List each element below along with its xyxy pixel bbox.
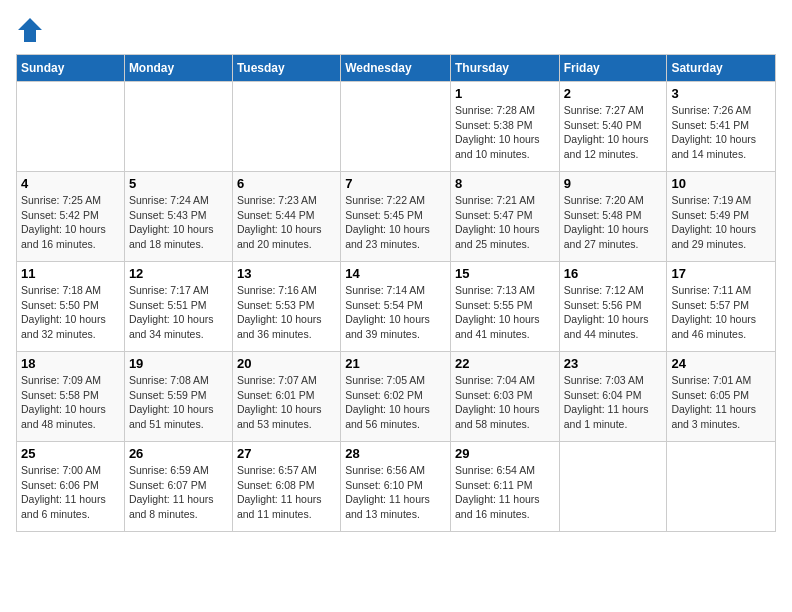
calendar-cell: 14Sunrise: 7:14 AM Sunset: 5:54 PM Dayli… <box>341 262 451 352</box>
day-info: Sunrise: 7:21 AM Sunset: 5:47 PM Dayligh… <box>455 193 555 252</box>
day-info: Sunrise: 7:22 AM Sunset: 5:45 PM Dayligh… <box>345 193 446 252</box>
day-number: 18 <box>21 356 120 371</box>
calendar-cell: 13Sunrise: 7:16 AM Sunset: 5:53 PM Dayli… <box>232 262 340 352</box>
day-number: 10 <box>671 176 771 191</box>
calendar-cell: 8Sunrise: 7:21 AM Sunset: 5:47 PM Daylig… <box>450 172 559 262</box>
day-number: 8 <box>455 176 555 191</box>
calendar-week-row: 4Sunrise: 7:25 AM Sunset: 5:42 PM Daylig… <box>17 172 776 262</box>
day-info: Sunrise: 7:03 AM Sunset: 6:04 PM Dayligh… <box>564 373 663 432</box>
weekday-header-sunday: Sunday <box>17 55 125 82</box>
day-info: Sunrise: 6:57 AM Sunset: 6:08 PM Dayligh… <box>237 463 336 522</box>
calendar-cell <box>667 442 776 532</box>
calendar-week-row: 1Sunrise: 7:28 AM Sunset: 5:38 PM Daylig… <box>17 82 776 172</box>
day-info: Sunrise: 7:25 AM Sunset: 5:42 PM Dayligh… <box>21 193 120 252</box>
day-info: Sunrise: 7:28 AM Sunset: 5:38 PM Dayligh… <box>455 103 555 162</box>
calendar-table: SundayMondayTuesdayWednesdayThursdayFrid… <box>16 54 776 532</box>
svg-marker-0 <box>18 18 42 42</box>
calendar-cell: 17Sunrise: 7:11 AM Sunset: 5:57 PM Dayli… <box>667 262 776 352</box>
calendar-cell: 21Sunrise: 7:05 AM Sunset: 6:02 PM Dayli… <box>341 352 451 442</box>
calendar-cell: 25Sunrise: 7:00 AM Sunset: 6:06 PM Dayli… <box>17 442 125 532</box>
day-number: 12 <box>129 266 228 281</box>
day-number: 25 <box>21 446 120 461</box>
calendar-cell: 28Sunrise: 6:56 AM Sunset: 6:10 PM Dayli… <box>341 442 451 532</box>
calendar-cell: 5Sunrise: 7:24 AM Sunset: 5:43 PM Daylig… <box>124 172 232 262</box>
day-number: 24 <box>671 356 771 371</box>
day-number: 27 <box>237 446 336 461</box>
weekday-header-thursday: Thursday <box>450 55 559 82</box>
weekday-header-wednesday: Wednesday <box>341 55 451 82</box>
calendar-cell: 6Sunrise: 7:23 AM Sunset: 5:44 PM Daylig… <box>232 172 340 262</box>
day-number: 29 <box>455 446 555 461</box>
weekday-header-tuesday: Tuesday <box>232 55 340 82</box>
day-info: Sunrise: 7:26 AM Sunset: 5:41 PM Dayligh… <box>671 103 771 162</box>
weekday-header-monday: Monday <box>124 55 232 82</box>
day-number: 23 <box>564 356 663 371</box>
calendar-week-row: 25Sunrise: 7:00 AM Sunset: 6:06 PM Dayli… <box>17 442 776 532</box>
day-info: Sunrise: 7:23 AM Sunset: 5:44 PM Dayligh… <box>237 193 336 252</box>
calendar-week-row: 18Sunrise: 7:09 AM Sunset: 5:58 PM Dayli… <box>17 352 776 442</box>
day-number: 17 <box>671 266 771 281</box>
day-info: Sunrise: 7:11 AM Sunset: 5:57 PM Dayligh… <box>671 283 771 342</box>
calendar-cell: 23Sunrise: 7:03 AM Sunset: 6:04 PM Dayli… <box>559 352 667 442</box>
day-info: Sunrise: 7:13 AM Sunset: 5:55 PM Dayligh… <box>455 283 555 342</box>
day-number: 21 <box>345 356 446 371</box>
calendar-cell: 7Sunrise: 7:22 AM Sunset: 5:45 PM Daylig… <box>341 172 451 262</box>
day-info: Sunrise: 7:05 AM Sunset: 6:02 PM Dayligh… <box>345 373 446 432</box>
day-number: 13 <box>237 266 336 281</box>
calendar-cell: 2Sunrise: 7:27 AM Sunset: 5:40 PM Daylig… <box>559 82 667 172</box>
day-info: Sunrise: 7:04 AM Sunset: 6:03 PM Dayligh… <box>455 373 555 432</box>
weekday-header-saturday: Saturday <box>667 55 776 82</box>
calendar-cell <box>341 82 451 172</box>
day-info: Sunrise: 7:01 AM Sunset: 6:05 PM Dayligh… <box>671 373 771 432</box>
calendar-cell: 20Sunrise: 7:07 AM Sunset: 6:01 PM Dayli… <box>232 352 340 442</box>
day-number: 9 <box>564 176 663 191</box>
calendar-cell: 10Sunrise: 7:19 AM Sunset: 5:49 PM Dayli… <box>667 172 776 262</box>
day-number: 6 <box>237 176 336 191</box>
day-info: Sunrise: 7:27 AM Sunset: 5:40 PM Dayligh… <box>564 103 663 162</box>
day-info: Sunrise: 6:59 AM Sunset: 6:07 PM Dayligh… <box>129 463 228 522</box>
calendar-cell: 29Sunrise: 6:54 AM Sunset: 6:11 PM Dayli… <box>450 442 559 532</box>
calendar-cell <box>232 82 340 172</box>
day-info: Sunrise: 7:07 AM Sunset: 6:01 PM Dayligh… <box>237 373 336 432</box>
day-number: 26 <box>129 446 228 461</box>
day-number: 7 <box>345 176 446 191</box>
day-number: 28 <box>345 446 446 461</box>
calendar-cell: 9Sunrise: 7:20 AM Sunset: 5:48 PM Daylig… <box>559 172 667 262</box>
day-info: Sunrise: 7:12 AM Sunset: 5:56 PM Dayligh… <box>564 283 663 342</box>
calendar-cell: 11Sunrise: 7:18 AM Sunset: 5:50 PM Dayli… <box>17 262 125 352</box>
day-number: 22 <box>455 356 555 371</box>
weekday-header-friday: Friday <box>559 55 667 82</box>
calendar-cell: 22Sunrise: 7:04 AM Sunset: 6:03 PM Dayli… <box>450 352 559 442</box>
day-info: Sunrise: 7:16 AM Sunset: 5:53 PM Dayligh… <box>237 283 336 342</box>
day-number: 16 <box>564 266 663 281</box>
calendar-cell <box>559 442 667 532</box>
day-number: 11 <box>21 266 120 281</box>
day-info: Sunrise: 7:00 AM Sunset: 6:06 PM Dayligh… <box>21 463 120 522</box>
calendar-cell: 18Sunrise: 7:09 AM Sunset: 5:58 PM Dayli… <box>17 352 125 442</box>
day-number: 1 <box>455 86 555 101</box>
day-number: 19 <box>129 356 228 371</box>
day-info: Sunrise: 6:56 AM Sunset: 6:10 PM Dayligh… <box>345 463 446 522</box>
calendar-cell: 3Sunrise: 7:26 AM Sunset: 5:41 PM Daylig… <box>667 82 776 172</box>
logo-icon <box>16 16 44 44</box>
day-info: Sunrise: 7:20 AM Sunset: 5:48 PM Dayligh… <box>564 193 663 252</box>
calendar-cell: 26Sunrise: 6:59 AM Sunset: 6:07 PM Dayli… <box>124 442 232 532</box>
day-info: Sunrise: 7:18 AM Sunset: 5:50 PM Dayligh… <box>21 283 120 342</box>
logo <box>16 16 48 44</box>
calendar-cell: 1Sunrise: 7:28 AM Sunset: 5:38 PM Daylig… <box>450 82 559 172</box>
day-info: Sunrise: 7:09 AM Sunset: 5:58 PM Dayligh… <box>21 373 120 432</box>
day-info: Sunrise: 7:08 AM Sunset: 5:59 PM Dayligh… <box>129 373 228 432</box>
day-info: Sunrise: 7:24 AM Sunset: 5:43 PM Dayligh… <box>129 193 228 252</box>
day-number: 2 <box>564 86 663 101</box>
calendar-cell: 12Sunrise: 7:17 AM Sunset: 5:51 PM Dayli… <box>124 262 232 352</box>
day-number: 14 <box>345 266 446 281</box>
calendar-cell <box>17 82 125 172</box>
day-info: Sunrise: 7:17 AM Sunset: 5:51 PM Dayligh… <box>129 283 228 342</box>
calendar-cell <box>124 82 232 172</box>
calendar-cell: 15Sunrise: 7:13 AM Sunset: 5:55 PM Dayli… <box>450 262 559 352</box>
day-number: 20 <box>237 356 336 371</box>
page-header <box>16 16 776 44</box>
day-info: Sunrise: 7:14 AM Sunset: 5:54 PM Dayligh… <box>345 283 446 342</box>
day-number: 3 <box>671 86 771 101</box>
day-info: Sunrise: 6:54 AM Sunset: 6:11 PM Dayligh… <box>455 463 555 522</box>
